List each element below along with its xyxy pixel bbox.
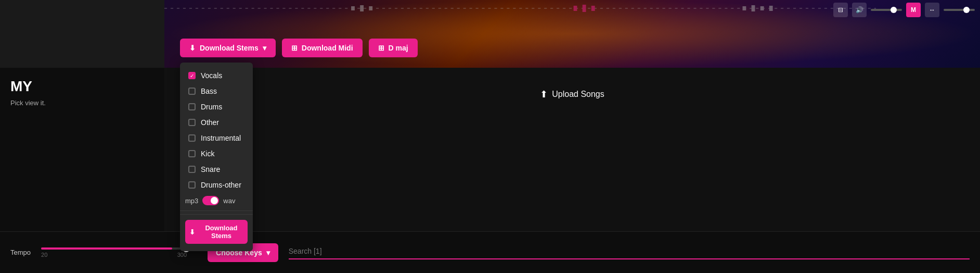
tempo-range-track[interactable]: [41, 247, 187, 250]
checkbox-bass[interactable]: [188, 88, 196, 95]
dropdown-item-drums[interactable]: Drums: [180, 99, 253, 115]
svg-rect-5: [583, 5, 586, 12]
checkbox-other[interactable]: [188, 119, 196, 126]
m-label: M: [911, 6, 916, 14]
checkbox-drums[interactable]: [188, 103, 196, 110]
svg-rect-4: [574, 6, 577, 11]
dropdown-item-drums-other[interactable]: Drums-other: [180, 177, 253, 193]
wav-label: wav: [223, 197, 235, 205]
top-right-controls: ⊟ 🔊 M ↔: [833, 3, 975, 17]
svg-rect-10: [769, 6, 773, 11]
mp3-label: mp3: [185, 197, 198, 205]
midi-icon: ⊞: [291, 44, 298, 52]
other-label: Other: [201, 118, 219, 127]
dropdown-download-stems-label: Download Stems: [199, 224, 243, 240]
bass-label: Bass: [201, 87, 217, 95]
upload-area[interactable]: ⬆ Upload Songs: [540, 89, 604, 100]
checkbox-snare[interactable]: [188, 166, 196, 173]
drums-other-label: Drums-other: [201, 181, 241, 189]
m-button[interactable]: M: [906, 3, 921, 17]
dropdown-footer: ⬇ Download Stems: [180, 214, 253, 246]
snare-label: Snare: [201, 165, 220, 173]
checkbox-kick[interactable]: [188, 150, 196, 157]
dropdown-panel: Vocals Bass Drums Other Instrumental Kic…: [180, 63, 253, 251]
key-icon: ⊞: [378, 44, 384, 52]
checkbox-instrumental[interactable]: [188, 134, 196, 142]
dropdown-download-stems-button[interactable]: ⬇ Download Stems: [185, 220, 248, 244]
upload-icon: ⬆: [540, 89, 548, 100]
dropdown-item-snare[interactable]: Snare: [180, 162, 253, 177]
key-label: D maj: [389, 44, 408, 52]
volume-slider[interactable]: [871, 9, 902, 11]
zoom-slider[interactable]: [944, 9, 975, 11]
range-min-label: 20: [41, 252, 47, 258]
dropdown-item-vocals[interactable]: Vocals: [180, 68, 253, 83]
download-icon-footer: ⬇: [189, 228, 195, 236]
download-stems-button[interactable]: ⬇ Download Stems ▾: [180, 39, 276, 57]
range-max-label: 300: [177, 252, 187, 258]
svg-rect-2: [360, 5, 364, 11]
arrows-button[interactable]: ↔: [925, 3, 939, 17]
waveform-svg: [164, 3, 876, 14]
dropdown-item-instrumental[interactable]: Instrumental: [180, 130, 253, 146]
hero-buttons-container: ⬇ Download Stems ▾ ⊞ Download Midi ⊞ D m…: [180, 39, 418, 57]
svg-rect-1: [351, 6, 355, 10]
download-midi-button[interactable]: ⊞ Download Midi: [282, 39, 363, 57]
sidebar-title: MY: [0, 68, 164, 95]
format-toggle-switch[interactable]: [202, 196, 219, 205]
svg-rect-3: [369, 6, 372, 10]
svg-rect-7: [743, 6, 746, 10]
drums-label: Drums: [201, 103, 222, 111]
svg-rect-8: [752, 5, 755, 11]
search-container: [289, 244, 970, 262]
range-labels: 20 300: [41, 252, 187, 258]
checkbox-vocals[interactable]: [188, 72, 196, 79]
hero-banner: ⬇ Download Stems ▾ ⊞ Download Midi ⊞ D m…: [164, 0, 980, 68]
svg-rect-6: [591, 6, 595, 11]
pick-text: Pick: [10, 99, 23, 107]
download-midi-label: Download Midi: [302, 44, 353, 52]
tempo-range-container: 20 300: [41, 247, 197, 258]
instrumental-label: Instrumental: [201, 134, 241, 142]
tempo-label: Tempo: [10, 249, 31, 256]
bottom-bar: Tempo 20 300 Choose Keys ▾: [0, 231, 980, 273]
dropdown-item-kick[interactable]: Kick: [180, 146, 253, 162]
upload-label: Upload Songs: [552, 90, 604, 99]
svg-rect-9: [760, 6, 764, 10]
range-fill: [41, 247, 172, 250]
format-toggle-row: mp3 wav: [180, 193, 253, 211]
kick-label: Kick: [201, 150, 214, 158]
dropdown-item-bass[interactable]: Bass: [180, 83, 253, 99]
chevron-down-icon: ▾: [263, 44, 266, 52]
search-input[interactable]: [289, 244, 970, 259]
key-button[interactable]: ⊞ D maj: [369, 39, 418, 57]
download-icon: ⬇: [189, 44, 196, 52]
view-text: view it.: [25, 99, 46, 107]
vocals-label: Vocals: [201, 71, 222, 80]
checkbox-drums-other[interactable]: [188, 181, 196, 189]
volume-icon-button[interactable]: 🔊: [852, 3, 867, 17]
dropdown-item-other[interactable]: Other: [180, 115, 253, 130]
choose-keys-chevron: ▾: [266, 249, 270, 257]
layers-icon-button[interactable]: ⊟: [833, 3, 848, 17]
download-stems-label: Download Stems: [200, 44, 259, 52]
sidebar-subtitle: Pick view it.: [0, 95, 164, 111]
